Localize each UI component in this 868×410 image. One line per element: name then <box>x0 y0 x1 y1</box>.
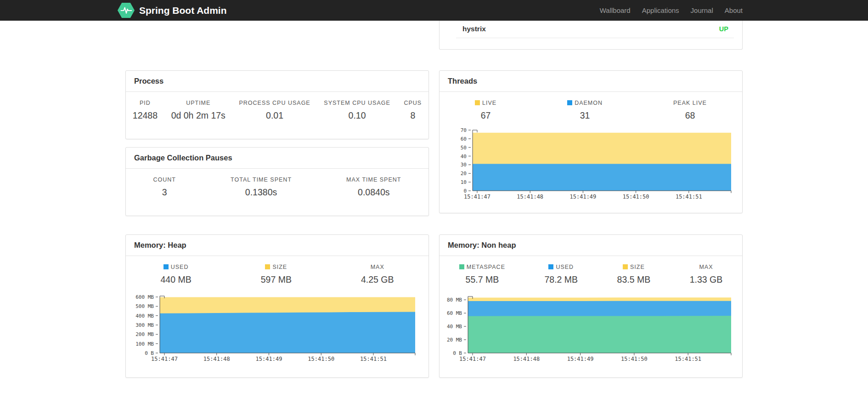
stat-label: PEAK LIVE <box>673 100 707 106</box>
stat-label: PID <box>133 100 158 106</box>
stat-pid: PID12488 <box>133 100 158 121</box>
legend-swatch-icon <box>475 100 480 105</box>
svg-text:0 B: 0 B <box>145 350 154 356</box>
svg-text:15:41:50: 15:41:50 <box>621 356 648 362</box>
health-row-hystrix[interactable]: hystrix UP <box>440 21 742 38</box>
stat-system-cpu-usage: SYSTEM CPU USAGE0.10 <box>324 100 390 121</box>
stat-label: MAX <box>690 264 723 270</box>
svg-text:15:41:49: 15:41:49 <box>570 194 597 200</box>
stat-value: 67 <box>475 110 496 121</box>
card-garbage-collection: Garbage Collection Pauses COUNT3TOTAL TI… <box>125 147 429 216</box>
stat-max: MAX4.25 GB <box>361 264 394 285</box>
stat-value: 0d 0h 2m 17s <box>171 110 225 121</box>
stat-count: COUNT3 <box>153 177 176 198</box>
stat-label: USED <box>544 264 578 270</box>
stat-size: SIZE597 MB <box>261 264 292 285</box>
svg-text:600 MB: 600 MB <box>135 294 154 300</box>
stat-live: LIVE67 <box>475 100 496 121</box>
svg-text:15:41:48: 15:41:48 <box>517 194 543 200</box>
card-title: Process <box>126 71 428 92</box>
brand-title: Spring Boot Admin <box>139 5 227 16</box>
stat-label: COUNT <box>153 177 176 183</box>
svg-text:60: 60 <box>461 136 467 142</box>
legend-swatch-icon <box>163 264 169 269</box>
stat-label: METASPACE <box>459 264 505 270</box>
svg-text:30: 30 <box>461 162 467 168</box>
stat-label: LIVE <box>475 100 496 106</box>
stat-value: 55.7 MB <box>459 274 505 285</box>
stat-max-time-spent: MAX TIME SPENT0.0840s <box>346 177 401 198</box>
svg-text:15:41:47: 15:41:47 <box>459 356 486 362</box>
nav-item-journal[interactable]: Journal <box>691 6 713 14</box>
divider <box>456 38 734 38</box>
legend-swatch-icon <box>459 264 464 269</box>
legend-swatch-icon <box>265 264 270 269</box>
nav-item-about[interactable]: About <box>725 6 743 14</box>
svg-text:15:41:49: 15:41:49 <box>567 356 594 362</box>
svg-text:20: 20 <box>461 171 467 177</box>
card-memory-nonheap: Memory: Non heap METASPACE55.7 MBUSED78.… <box>439 234 743 378</box>
stat-cpus: CPUS8 <box>404 100 422 121</box>
stat-total-time-spent: TOTAL TIME SPENT0.1380s <box>231 177 292 198</box>
stat-label: TOTAL TIME SPENT <box>231 177 292 183</box>
health-indicator-name: hystrix <box>462 25 486 33</box>
svg-text:500 MB: 500 MB <box>135 303 154 309</box>
right-column: hystrix UP Threads LIVE67DAEMON31PEAK LI… <box>439 21 743 378</box>
svg-text:10: 10 <box>461 179 467 185</box>
gc-stats-row: COUNT3TOTAL TIME SPENT0.1380sMAX TIME SP… <box>126 169 428 198</box>
nav-item-wallboard[interactable]: Wallboard <box>600 6 631 14</box>
stat-value: 0.10 <box>324 110 390 121</box>
svg-text:15:41:50: 15:41:50 <box>623 194 649 200</box>
stat-used: USED440 MB <box>161 264 192 285</box>
left-column: Process PID12488UPTIME0d 0h 2m 17sPROCES… <box>125 21 429 378</box>
stat-value: 68 <box>673 110 707 121</box>
stat-peak-live: PEAK LIVE68 <box>673 100 707 121</box>
pulse-logo-icon <box>118 3 135 18</box>
stat-uptime: UPTIME0d 0h 2m 17s <box>171 100 225 121</box>
stat-value: 440 MB <box>161 274 192 285</box>
svg-text:300 MB: 300 MB <box>135 322 154 328</box>
stat-value: 597 MB <box>261 274 292 285</box>
stat-value: 4.25 GB <box>361 274 394 285</box>
stat-metaspace: METASPACE55.7 MB <box>459 264 505 285</box>
svg-text:15:41:51: 15:41:51 <box>675 356 701 362</box>
nav-item-applications[interactable]: Applications <box>642 6 679 14</box>
nav-links: WallboardApplicationsJournalAbout <box>600 6 743 14</box>
svg-text:40 MB: 40 MB <box>447 324 462 330</box>
stat-max: MAX1.33 GB <box>690 264 723 285</box>
application-health-card: hystrix UP <box>439 21 743 50</box>
status-badge: UP <box>719 25 728 33</box>
stat-value: 0.1380s <box>231 187 292 198</box>
process-stats-row: PID12488UPTIME0d 0h 2m 17sPROCESS CPU US… <box>126 92 428 121</box>
svg-text:50: 50 <box>461 145 467 151</box>
card-threads: Threads LIVE67DAEMON31PEAK LIVE68 010203… <box>439 70 743 213</box>
card-title: Garbage Collection Pauses <box>126 148 428 169</box>
stat-value: 78.2 MB <box>544 274 578 285</box>
svg-text:400 MB: 400 MB <box>135 313 154 319</box>
nonheap-stats-row: METASPACE55.7 MBUSED78.2 MBSIZE83.5 MBMA… <box>440 256 742 285</box>
svg-text:40: 40 <box>461 154 467 159</box>
stat-label: MAX TIME SPENT <box>346 177 401 183</box>
stat-label: DAEMON <box>567 100 603 106</box>
svg-text:80 MB: 80 MB <box>447 297 462 303</box>
stat-label: SIZE <box>617 264 651 270</box>
stat-label: SYSTEM CPU USAGE <box>324 100 390 106</box>
card-process: Process PID12488UPTIME0d 0h 2m 17sPROCES… <box>125 70 429 139</box>
svg-text:0: 0 <box>463 188 467 194</box>
svg-text:15:41:48: 15:41:48 <box>203 356 230 362</box>
svg-text:100 MB: 100 MB <box>135 341 154 347</box>
threads-stats-row: LIVE67DAEMON31PEAK LIVE68 <box>440 92 742 121</box>
brand[interactable]: Spring Boot Admin <box>118 3 227 18</box>
stat-process-cpu-usage: PROCESS CPU USAGE0.01 <box>239 100 310 121</box>
stat-value: 3 <box>153 187 176 198</box>
stat-value: 83.5 MB <box>617 274 651 285</box>
stat-used: USED78.2 MB <box>544 264 578 285</box>
legend-swatch-icon <box>623 264 628 269</box>
navbar: Spring Boot Admin WallboardApplicationsJ… <box>0 0 868 21</box>
stat-value: 1.33 GB <box>690 274 723 285</box>
svg-text:200 MB: 200 MB <box>135 331 154 337</box>
stat-label: MAX <box>361 264 394 270</box>
stat-value: 31 <box>567 110 603 121</box>
svg-text:15:41:48: 15:41:48 <box>513 356 540 362</box>
card-title: Memory: Non heap <box>440 235 742 256</box>
